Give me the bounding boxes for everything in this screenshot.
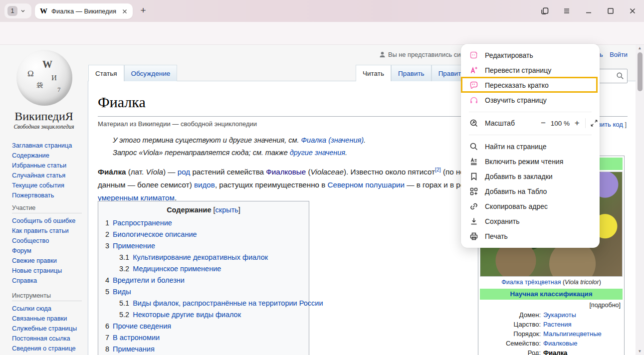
sidebar-link[interactable]: Свежие правки [12,256,87,266]
sidebar-link[interactable]: Заглавная страница [12,141,87,151]
browser-menu-icon[interactable] [562,6,571,15]
sidebar-link[interactable]: Справка [12,276,87,286]
printer-icon [469,232,478,241]
tab-talk[interactable]: Обсуждение [124,65,178,81]
scrollbar[interactable]: ▲ ▼ [636,45,644,355]
toc-entry[interactable]: 4Вредители и болезни [105,275,302,286]
details-link[interactable]: [подробно] [480,302,621,309]
menu-item-edit[interactable]: Редактировать [461,48,600,63]
sidebar-link[interactable]: Содержание [12,151,87,161]
tab-group-pill[interactable]: 1 [4,3,31,18]
sidebar-section-participation: Участие Сообщить об ошибкеКак править ст… [12,204,87,286]
wikipedia-tagline: Свободная энциклопедия [0,124,88,130]
toc-entry[interactable]: 5.1Виды фиалок, распространённые на терр… [105,298,302,309]
search-icon [469,142,478,151]
browser-tab[interactable]: W Фиалка — Википедия [35,3,133,19]
user-icon [379,51,386,58]
tab-edit[interactable]: Править [391,65,431,81]
wikipedia-wordmark[interactable]: ВикипедиЯ [0,110,88,123]
sidebar-link[interactable]: Новые страницы [12,266,87,276]
tab-read[interactable]: Читать [356,65,391,81]
tab-count-badge: 1 [7,6,17,16]
toolbar: Я ru.wikipedia.org Фиалка — Википедия пе… [0,22,644,45]
classification-row: Домен:Эукариоты [480,310,623,320]
zoom-icon [469,119,478,128]
chevron-down-icon [20,8,26,14]
classification-header: Научная классификация [480,289,623,300]
sidebar-link[interactable]: Связанные правки [12,314,87,324]
classification-row: Семейство:Фиалковые [480,339,623,348]
zoom-label: Масштаб [485,119,515,127]
zoom-out-button[interactable]: − [541,118,546,128]
toc-entry[interactable]: 8Примечания [105,344,302,355]
side-panels-icon[interactable] [540,6,549,15]
sidebar-link[interactable]: Сообщество [12,236,87,246]
toc-entry[interactable]: 6Прочие сведения [105,321,302,332]
menu-item-find-on-page[interactable]: Найти на странице [461,139,600,154]
sidebar-link[interactable]: Как править статьи [12,226,87,236]
wikipedia-favicon: W [40,7,47,15]
toc-entry[interactable]: 2Биологическое описание [105,229,302,240]
toc-entry[interactable]: 3.1Культивирование декоративных фиалок [105,252,302,263]
fullscreen-icon[interactable] [590,119,598,127]
article-subtitle: Материал из Википедии — свободной энцикл… [98,120,257,128]
sidebar-link[interactable]: Избранные статьи [12,161,87,171]
sidebar-link[interactable]: Пожертвовать [12,190,87,200]
toc-entry[interactable]: 5Виды [105,286,302,298]
classification-rows: Домен:ЭукариотыЦарство:РастенияПорядок:М… [480,310,623,355]
new-tab-button[interactable]: + [138,5,149,16]
login-link[interactable]: Войти [610,51,628,58]
minimize-icon[interactable] [584,6,593,15]
retell-highlight-box [461,77,598,93]
toc-entry[interactable]: 3Применение [105,240,302,252]
classification-row: Род:Фиалка [480,348,623,355]
scroll-up-arrow[interactable]: ▲ [636,45,644,52]
toc-entry[interactable]: 7В астрономии [105,332,302,344]
maximize-icon[interactable] [606,6,615,15]
sidebar-link[interactable]: Сообщить об ошибке [12,216,87,226]
zoom-value: 100 % [546,120,575,127]
tab-close-icon[interactable] [122,8,128,14]
menu-item-read-aloud[interactable]: Озвучить страницу [461,93,600,108]
hatnote-redirect: Запрос «Viola» перенаправляется сюда; см… [113,149,347,157]
sidebar-link[interactable]: Случайная статья [12,171,87,180]
toc-header[interactable]: Содержание [скрыть] [105,206,302,214]
sidebar-link[interactable]: Ссылки сюда [12,304,87,314]
menu-item-reader-mode[interactable]: Включить режим чтения [461,154,600,169]
menu-item-add-bookmark[interactable]: Добавить в закладки [461,169,600,184]
sidebar-section-title: Участие [12,204,82,213]
search-icon[interactable] [616,72,624,80]
article-title: Фиалка [98,94,146,111]
close-icon[interactable] [628,6,637,15]
toc-entry[interactable]: 1Распространение [105,217,302,229]
menu-item-add-to-tableau[interactable]: Добавить на Табло [461,184,600,199]
sidebar-link[interactable]: Сведения о странице [12,344,87,354]
menu-item-save[interactable]: Сохранить [461,214,600,229]
sidebar-link[interactable]: Форум [12,246,87,256]
zoom-controls-row: Масштаб − 100 % + [461,116,600,131]
wikipedia-globe-logo[interactable]: W Ω И 袋 7 [16,50,72,106]
tab-article[interactable]: Статья [88,65,124,81]
toc-list: 1Распространение2Биологическое описание3… [105,217,302,355]
sidebar-link[interactable]: Постоянная ссылка [12,334,87,344]
sidebar-link[interactable]: Служебные страницы [12,324,87,334]
toc-entry[interactable]: 5.2Некоторые другие виды фиалок [105,309,302,321]
hatnote-disambig: У этого термина существуют и другие знач… [113,136,366,144]
tableau-grid-icon [469,187,478,196]
zoom-in-button[interactable]: + [575,118,580,128]
table-of-contents: Содержание [скрыть] 1Распространение2Био… [98,201,309,355]
sidebar-link[interactable]: Текущие события [12,180,87,190]
browser-window: 1 W Фиалка — Википедия + Я ru.wikipedia.… [0,0,644,355]
menu-item-copy-address[interactable]: Скопировать адрес [461,199,600,214]
menu-item-translate[interactable]: Перевести страницу [461,63,600,78]
toc-entry[interactable]: 3.2Медицинское применение [105,263,302,275]
menu-item-print[interactable]: Печать [461,229,600,244]
headphones-icon [469,96,478,105]
translate-icon [469,66,478,75]
scrollbar-thumb[interactable] [638,52,643,91]
photo-caption[interactable]: Фиалка трёхцветная (Viola tricolor) [480,279,623,286]
sidebar-nav: Заглавная страницаСодержаниеИзбранные ст… [12,141,87,200]
tab-title: Фиалка — Википедия [51,7,118,15]
classification-row: Порядок:Мальпигиецветные [480,329,623,339]
scroll-down-arrow[interactable]: ▼ [636,348,644,355]
